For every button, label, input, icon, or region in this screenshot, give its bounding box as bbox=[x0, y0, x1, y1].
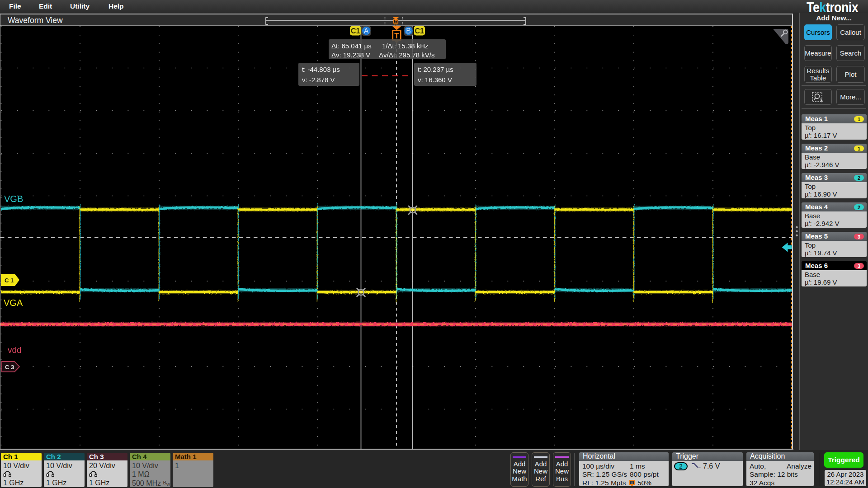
svg-text:C1: C1 bbox=[415, 27, 425, 35]
svg-text:C 1: C 1 bbox=[5, 277, 14, 284]
svg-text:vdd: vdd bbox=[8, 345, 22, 355]
svg-text:A: A bbox=[364, 27, 369, 35]
svg-text:B: B bbox=[406, 27, 411, 35]
svg-text:VGB: VGB bbox=[4, 194, 23, 204]
svg-text:C1: C1 bbox=[351, 27, 360, 35]
svg-text:T: T bbox=[631, 481, 633, 485]
svg-text:T: T bbox=[394, 32, 399, 40]
svg-text:T: T bbox=[395, 19, 397, 23]
svg-text:C 3: C 3 bbox=[5, 364, 14, 371]
svg-text:VGA: VGA bbox=[4, 298, 23, 308]
